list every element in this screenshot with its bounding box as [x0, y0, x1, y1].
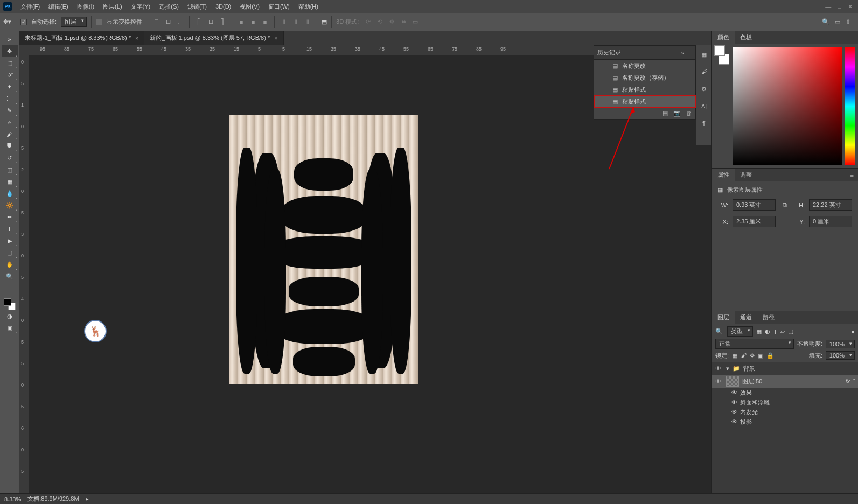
channels-tab[interactable]: 通道: [735, 311, 757, 324]
gradient-tool[interactable]: ▦: [2, 176, 18, 187]
close-icon[interactable]: ×: [135, 35, 138, 41]
quick-mask-icon[interactable]: ◑: [2, 310, 18, 322]
hand-tool[interactable]: ✋: [2, 258, 18, 270]
layer-row-selected[interactable]: 👁 图层 50 fx ˄: [712, 375, 858, 388]
history-tab[interactable]: 历史记录: [597, 48, 621, 57]
magic-wand-tool[interactable]: ✦: [2, 81, 18, 93]
screen-mode-icon[interactable]: ▣: [2, 322, 18, 334]
chevron-down-icon[interactable]: ▾: [726, 365, 729, 372]
status-menu-icon[interactable]: ▸: [86, 495, 89, 502]
layers-tab[interactable]: 图层: [712, 311, 735, 324]
type-tool[interactable]: T: [2, 223, 18, 235]
align-top-icon[interactable]: ⎴: [151, 17, 161, 27]
x-input[interactable]: 2.35 厘米: [733, 216, 776, 227]
color-field[interactable]: [733, 47, 842, 165]
crop-tool[interactable]: ⛶: [2, 93, 18, 104]
menu-type[interactable]: 文字(Y): [127, 3, 155, 11]
minimize-icon[interactable]: —: [825, 3, 831, 10]
hue-slider[interactable]: [845, 47, 855, 165]
dist-left-icon[interactable]: ⦀: [279, 17, 289, 27]
lock-transparency-icon[interactable]: ▦: [732, 352, 737, 359]
brush-panel-icon[interactable]: ▦: [699, 50, 709, 59]
adjustments-icon[interactable]: ⚙: [699, 84, 709, 94]
fill-input[interactable]: 100%: [826, 351, 855, 360]
fg-bg-swatches[interactable]: [4, 298, 16, 310]
y-input[interactable]: 0 厘米: [809, 216, 852, 227]
align-vcenter-icon[interactable]: ⊟: [163, 17, 173, 27]
history-brush-tool[interactable]: ↺: [2, 152, 18, 164]
close-icon[interactable]: ×: [274, 35, 277, 41]
dist-top-icon[interactable]: ≡: [236, 17, 246, 27]
show-transform-checkbox[interactable]: [96, 19, 102, 25]
opacity-input[interactable]: 100%: [826, 340, 855, 348]
dist-bottom-icon[interactable]: ≡: [260, 17, 270, 27]
align-right-icon[interactable]: ⎤: [218, 17, 227, 27]
filter-toggle-icon[interactable]: ●: [851, 328, 855, 335]
edit-toolbar-icon[interactable]: ⋯: [2, 282, 18, 294]
share-icon[interactable]: ⇧: [846, 18, 850, 25]
effect-row[interactable]: 👁投影: [712, 417, 858, 426]
lock-all-icon[interactable]: 🔒: [766, 352, 774, 359]
visibility-icon[interactable]: 👁: [731, 389, 737, 396]
filter-pixel-icon[interactable]: ▦: [756, 328, 762, 335]
blur-tool[interactable]: 💧: [2, 187, 18, 199]
lasso-tool[interactable]: 𝒮: [2, 69, 18, 81]
visibility-icon[interactable]: 👁: [715, 378, 723, 384]
delete-icon[interactable]: 🗑: [686, 110, 692, 117]
menu-layer[interactable]: 图层(L): [99, 3, 126, 11]
menu-image[interactable]: 图像(I): [73, 3, 99, 11]
marquee-tool[interactable]: ⬚: [2, 57, 18, 69]
doc-tab-1[interactable]: 未标题-1_画板 1.psd @ 8.33%(RGB/8) *×: [19, 31, 144, 45]
menu-edit[interactable]: 编辑(E): [44, 3, 73, 11]
fx-badge[interactable]: fx ˄: [845, 378, 855, 385]
height-input[interactable]: 22.22 英寸: [809, 199, 852, 211]
filter-type-icon[interactable]: T: [773, 328, 777, 335]
color-tab[interactable]: 颜色: [712, 31, 735, 44]
menu-filter[interactable]: 滤镜(T): [183, 3, 211, 11]
auto-select-checkbox[interactable]: [20, 19, 27, 25]
filter-smart-icon[interactable]: ▢: [788, 328, 793, 335]
visibility-icon[interactable]: 👁: [731, 409, 737, 415]
lock-artboard-icon[interactable]: ▣: [758, 352, 763, 359]
dist-hcenter-icon[interactable]: ⦀: [291, 17, 301, 27]
spot-heal-tool[interactable]: ⟐: [2, 116, 18, 128]
menu-file[interactable]: 文件(F): [16, 3, 44, 11]
zoom-tool[interactable]: 🔍: [2, 270, 18, 282]
character-panel-icon[interactable]: A|: [699, 101, 709, 111]
menu-help[interactable]: 帮助(H): [294, 3, 323, 11]
align-hcenter-icon[interactable]: ⊟: [206, 17, 215, 27]
rectangle-tool[interactable]: ▢: [2, 247, 18, 258]
lock-position-icon[interactable]: ✥: [750, 352, 755, 359]
menu-view[interactable]: 视图(V): [235, 3, 264, 11]
visibility-icon[interactable]: 👁: [715, 365, 723, 372]
dodge-tool[interactable]: 🔆: [2, 199, 18, 211]
panel-menu-icon[interactable]: ≡: [846, 314, 858, 321]
panel-menu-icon[interactable]: ≡: [846, 34, 858, 41]
maximize-icon[interactable]: □: [838, 3, 841, 10]
layer-thumbnail[interactable]: [726, 376, 739, 387]
search-icon[interactable]: 🔍: [822, 18, 829, 25]
close-icon[interactable]: ✕: [848, 3, 853, 10]
adjustments-tab[interactable]: 调整: [735, 169, 757, 181]
blend-mode-dropdown[interactable]: 正常: [715, 339, 794, 349]
doc-size[interactable]: 文档:89.9M/929.8M: [27, 495, 79, 503]
swatches-tab[interactable]: 色板: [735, 31, 757, 44]
doc-tab-2[interactable]: 新的_画板 1.psd @ 8.33% (图层 57, RGB/8) *×: [144, 31, 283, 45]
snapshot-icon[interactable]: 📷: [673, 110, 681, 117]
path-select-tool[interactable]: ▶: [2, 235, 18, 247]
history-entry[interactable]: ▤名称更改（存储）: [594, 72, 695, 83]
effect-row[interactable]: 👁斜面和浮雕: [712, 397, 858, 407]
eyedropper-tool[interactable]: ✎: [2, 104, 18, 116]
group-name[interactable]: 背景: [743, 365, 755, 373]
panel-menu-icon[interactable]: ≡: [846, 172, 858, 178]
paths-tab[interactable]: 路径: [757, 311, 780, 324]
visibility-icon[interactable]: 👁: [731, 399, 737, 405]
move-tool[interactable]: ✥: [2, 45, 18, 57]
lock-paint-icon[interactable]: 🖌: [741, 352, 747, 359]
menu-select[interactable]: 选择(S): [155, 3, 183, 11]
link-icon[interactable]: ⧉: [780, 200, 790, 210]
stamp-tool[interactable]: ⛊: [2, 140, 18, 152]
new-doc-from-state-icon[interactable]: ▤: [662, 110, 668, 117]
layer-name[interactable]: 图层 50: [742, 377, 762, 386]
properties-tab[interactable]: 属性: [712, 169, 735, 181]
